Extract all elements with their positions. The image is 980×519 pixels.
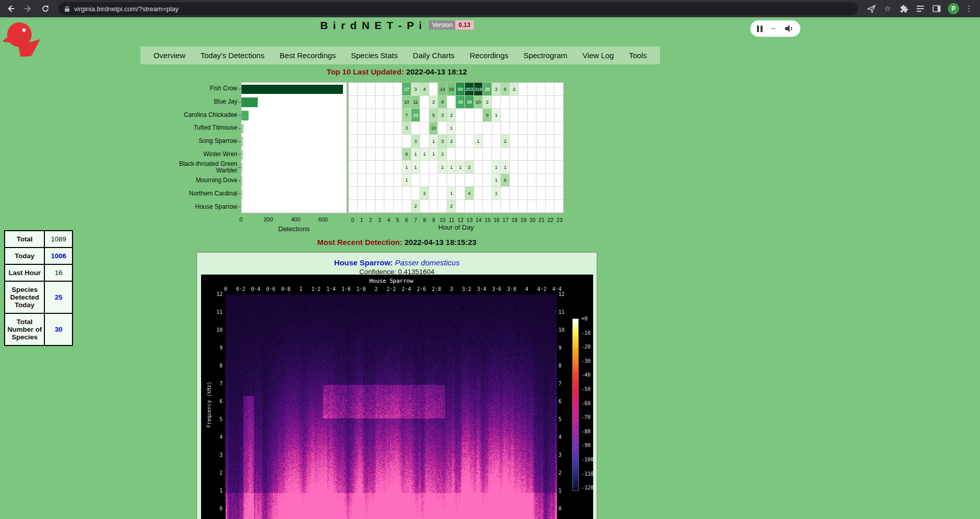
heatmap-cell xyxy=(358,187,367,200)
pause-icon[interactable] xyxy=(757,26,763,32)
audio-player xyxy=(750,20,800,37)
spec-freq-tick: 7 xyxy=(558,381,572,386)
forward-icon[interactable] xyxy=(21,2,35,15)
nav-item-species-stats[interactable]: Species Stats xyxy=(349,51,400,60)
heatmap-cell xyxy=(394,174,403,187)
top10-label: Top 10 Last Updated: xyxy=(327,67,404,76)
heatmap-cell xyxy=(366,200,376,213)
hour-axis-tick: 13 xyxy=(465,217,474,223)
spec-time-tick: 2 xyxy=(375,286,378,292)
bar-axis-tick: 0 xyxy=(239,216,242,223)
heatmap-cell xyxy=(483,148,492,161)
heatmap-cell xyxy=(519,109,528,122)
colorbar xyxy=(572,318,579,491)
heatmap-cell xyxy=(402,200,411,213)
heatmap-cell xyxy=(536,96,546,109)
heatmap-cell xyxy=(447,96,456,109)
url-bar[interactable]: virginia.birdnetpi.com/?stream=play xyxy=(58,2,858,15)
spec-freq-tick: 11 xyxy=(209,309,223,315)
page: B i r d N E T - P i Version 0.13 Overvie… xyxy=(0,17,980,519)
heatmap-cell xyxy=(394,187,403,200)
heatmap-cell xyxy=(366,83,376,96)
heatmap-cell: 68 xyxy=(456,83,465,96)
spec-freq-tick: 9 xyxy=(558,345,572,351)
heatmap-cell xyxy=(474,200,483,213)
heatmap-cell xyxy=(536,109,546,122)
heatmap-cell xyxy=(554,187,564,200)
volume-icon[interactable] xyxy=(784,24,794,33)
detection-card: House Sparrow: Passer domesticus Confide… xyxy=(197,252,597,519)
heatmap-cell: 3 xyxy=(438,109,447,122)
colorbar-tick: -80 xyxy=(581,429,591,434)
heatmap-cell xyxy=(349,109,358,122)
back-icon[interactable] xyxy=(4,2,17,15)
spec-time-tick: 3·6 xyxy=(492,286,501,292)
bookmark-star-icon[interactable]: ☆ xyxy=(883,4,893,14)
detections-bar xyxy=(241,111,249,120)
heatmap-cell xyxy=(519,122,528,135)
species-label: Carolina Chickadee xyxy=(174,108,237,121)
stats-value: 1089 xyxy=(44,231,72,248)
species-label: Winter Wren xyxy=(174,148,237,161)
spec-time-tick: 0·2 xyxy=(236,286,245,292)
heatmap-cell: 1 xyxy=(429,135,438,148)
heatmap-cell xyxy=(438,187,447,200)
hour-axis-tick: 4 xyxy=(384,217,394,223)
detection-scientific-name[interactable]: Passer domesticus xyxy=(395,258,460,267)
heatmap-cell xyxy=(429,200,438,213)
heatmap-cell xyxy=(554,174,564,187)
heatmap-cell xyxy=(384,161,394,174)
heatmap-cell xyxy=(483,122,492,135)
heatmap-cell xyxy=(384,122,394,135)
stats-row: Total Number of Species30 xyxy=(5,313,72,345)
detections-bar xyxy=(241,163,242,173)
side-panel-icon[interactable] xyxy=(932,4,942,14)
nav-item-overview[interactable]: Overview xyxy=(152,51,188,60)
heatmap-cell: 1 xyxy=(492,174,501,187)
heatmap-cell xyxy=(358,109,367,122)
detection-common-name[interactable]: House Sparrow: xyxy=(334,258,393,267)
colorbar-tick: -90 xyxy=(581,442,591,448)
heatmap-cell: 10 xyxy=(429,122,438,135)
send-icon[interactable] xyxy=(866,4,876,14)
extensions-icon[interactable] xyxy=(899,4,909,14)
heatmap-cell xyxy=(528,148,537,161)
heatmap-cell: 4 xyxy=(465,187,474,200)
spec-freq-tick: 9 xyxy=(209,345,223,351)
stats-value[interactable]: 25 xyxy=(44,281,72,313)
heatmap-cell xyxy=(394,109,403,122)
heatmap-cell: 1 xyxy=(402,174,411,187)
colorbar-tick: -10 xyxy=(581,330,591,336)
menu-icon[interactable]: ⋮ xyxy=(965,4,973,13)
heatmap-cell xyxy=(366,122,376,135)
nav-item-view-log[interactable]: View Log xyxy=(580,51,616,60)
hour-axis-tick: 3 xyxy=(375,217,384,223)
nav-item-best-recordings[interactable]: Best Recordings xyxy=(278,51,338,60)
reload-icon[interactable] xyxy=(39,2,52,15)
axis-tick-mark xyxy=(238,193,241,194)
bar-axis-tick: 200 xyxy=(263,216,273,223)
heatmap-cell xyxy=(394,96,403,109)
nav-item-spectrogram[interactable]: Spectrogram xyxy=(522,51,570,60)
heatmap-cell xyxy=(456,109,465,122)
stats-value[interactable]: 30 xyxy=(44,313,72,345)
heatmap-cell xyxy=(546,96,555,109)
hour-axis-tick: 21 xyxy=(537,217,546,223)
spectrogram-panel: House Sparrow Frequency (kHz) 00·20·40·6… xyxy=(201,275,593,519)
nav-item-daily-charts[interactable]: Daily Charts xyxy=(411,51,457,60)
heatmap-cell xyxy=(384,187,394,200)
nav-item-today-s-detections[interactable]: Today's Detections xyxy=(199,51,266,60)
heatmap-cell xyxy=(438,174,447,187)
nav-item-tools[interactable]: Tools xyxy=(627,51,649,60)
stats-value[interactable]: 1006 xyxy=(44,248,72,264)
spec-freq-tick: 4 xyxy=(558,434,572,440)
heatmap-cell xyxy=(384,109,394,122)
species-label: House Sparrow xyxy=(174,200,237,213)
heatmap-cell xyxy=(384,174,394,187)
nav-item-recordings[interactable]: Recordings xyxy=(468,51,510,60)
heatmap-cell xyxy=(536,148,546,161)
reading-list-icon[interactable] xyxy=(915,4,925,14)
profile-avatar[interactable]: P xyxy=(948,3,959,14)
heatmap-cell xyxy=(349,83,358,96)
heatmap-cell xyxy=(510,109,519,122)
